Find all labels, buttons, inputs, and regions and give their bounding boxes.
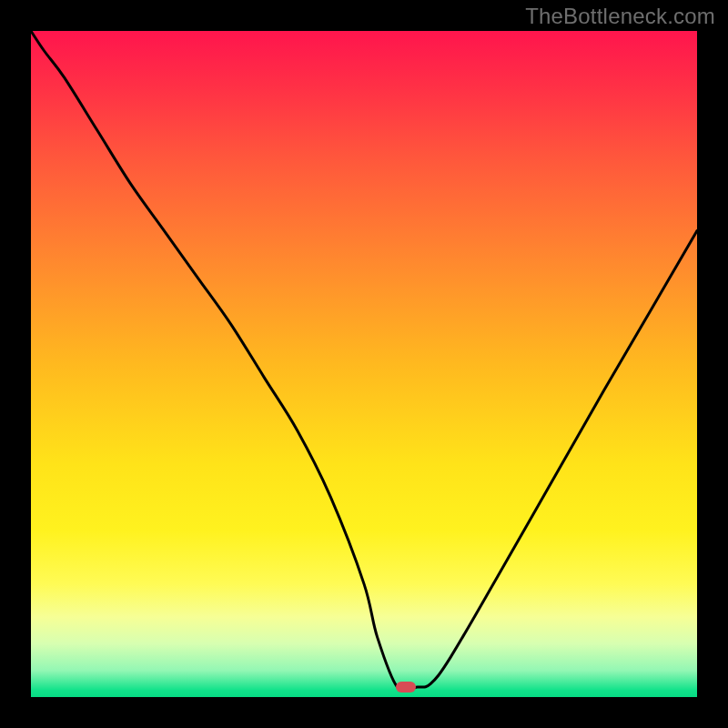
plot-area [31, 31, 697, 697]
curve-path [31, 31, 697, 691]
chart-frame: TheBottleneck.com [0, 0, 728, 728]
bottleneck-curve [31, 31, 697, 697]
watermark-text: TheBottleneck.com [525, 4, 715, 29]
optimal-marker [396, 682, 416, 693]
